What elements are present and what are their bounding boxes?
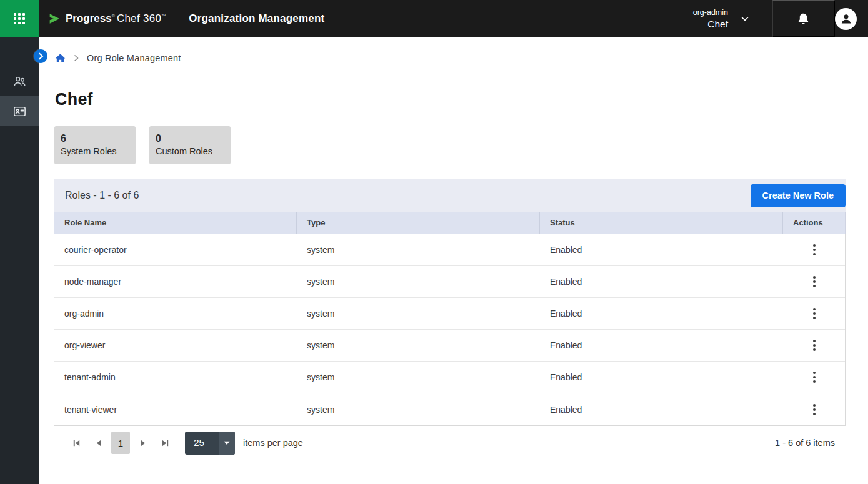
- users-icon: [12, 74, 27, 89]
- chevron-right-icon: [38, 52, 44, 60]
- table-row: node-manager system Enabled: [54, 266, 845, 298]
- chevron-down-icon: [741, 16, 749, 22]
- cell-type: system: [297, 362, 540, 393]
- custom-roles-label: Custom Roles: [156, 145, 222, 157]
- previous-page-icon: [94, 438, 104, 448]
- person-icon: [840, 12, 852, 25]
- page-title: Chef: [55, 90, 93, 109]
- previous-page-button[interactable]: [87, 433, 110, 453]
- row-actions-menu-button[interactable]: [807, 240, 822, 260]
- org-switcher-labels: org-admin Chef: [693, 8, 728, 30]
- table-row: org-viewer system Enabled: [54, 330, 845, 362]
- brand-logo: Progress®Chef 360™: [47, 12, 166, 26]
- top-bar: Progress®Chef 360™ Organization Manageme…: [0, 0, 868, 37]
- cell-actions: [783, 234, 845, 265]
- cell-role-name: org-viewer: [54, 330, 297, 361]
- sidebar-item-users[interactable]: [0, 66, 39, 96]
- roles-table-header: Role Name Type Status Actions: [54, 212, 846, 234]
- app-title: Organization Management: [189, 12, 324, 25]
- cell-type: system: [297, 234, 540, 265]
- column-header-actions[interactable]: Actions: [783, 212, 845, 234]
- system-roles-count: 6: [61, 132, 127, 145]
- home-link[interactable]: [55, 53, 66, 64]
- brand-name: Progress: [66, 12, 112, 24]
- brand-tm-mark: ™: [161, 14, 166, 18]
- column-header-role-name[interactable]: Role Name: [54, 212, 297, 234]
- custom-roles-count: 0: [156, 132, 222, 145]
- items-per-page-label: items per page: [243, 438, 303, 448]
- waffle-grid-icon: [14, 13, 25, 24]
- cell-role-name: courier-operator: [54, 234, 297, 265]
- table-row: courier-operator system Enabled: [54, 234, 845, 266]
- user-role-label: org-admin: [693, 8, 728, 17]
- cell-status: Enabled: [540, 298, 783, 329]
- create-new-role-button[interactable]: Create New Role: [751, 184, 846, 207]
- first-page-icon: [72, 438, 81, 448]
- cell-actions: [783, 266, 845, 297]
- page-size-select[interactable]: 25: [185, 432, 235, 455]
- last-page-icon: [161, 438, 170, 448]
- home-icon: [55, 53, 66, 64]
- system-roles-label: System Roles: [61, 145, 127, 157]
- cell-actions: [783, 330, 845, 361]
- cell-status: Enabled: [540, 266, 783, 297]
- cell-role-name: tenant-admin: [54, 362, 297, 393]
- first-page-button[interactable]: [65, 433, 87, 453]
- current-page-button[interactable]: 1: [111, 432, 130, 454]
- brand-product: Chef 360: [117, 12, 161, 24]
- roles-summary: Roles - 1 - 6 of 6: [65, 190, 139, 201]
- column-header-type[interactable]: Type: [297, 212, 540, 234]
- org-switcher[interactable]: org-admin Chef: [693, 8, 749, 30]
- row-actions-menu-button[interactable]: [807, 400, 822, 420]
- account-avatar-button[interactable]: [835, 8, 857, 30]
- role-stats: 6 System Roles 0 Custom Roles: [54, 126, 231, 164]
- cell-status: Enabled: [540, 393, 783, 425]
- sidebar-expand-button[interactable]: [34, 49, 47, 63]
- sidebar-item-org-roles[interactable]: [0, 96, 39, 126]
- topbar-divider: [177, 11, 177, 27]
- roles-panel: Roles - 1 - 6 of 6 Create New Role Role …: [54, 179, 846, 460]
- next-page-button[interactable]: [131, 433, 154, 453]
- organization-management-page: Progress®Chef 360™ Organization Manageme…: [0, 0, 868, 484]
- roles-panel-header: Roles - 1 - 6 of 6 Create New Role: [54, 179, 846, 212]
- brand-text: Progress®Chef 360™: [66, 12, 166, 25]
- row-actions-menu-button[interactable]: [807, 335, 822, 355]
- cell-status: Enabled: [540, 362, 783, 393]
- brand-reg-mark: ®: [112, 14, 115, 18]
- cell-status: Enabled: [540, 330, 783, 361]
- id-badge-icon: [12, 104, 27, 119]
- roles-table-body: courier-operator system Enabled node-man…: [54, 234, 846, 425]
- bell-icon: [797, 12, 810, 26]
- notifications-button[interactable]: [772, 0, 835, 37]
- cell-type: system: [297, 298, 540, 329]
- cell-actions: [783, 393, 845, 425]
- table-row: tenant-admin system Enabled: [54, 362, 845, 393]
- pagination-bar: 1 25 items per page: [54, 425, 846, 460]
- row-actions-menu-button[interactable]: [807, 272, 822, 292]
- table-row: org-admin system Enabled: [54, 298, 845, 330]
- column-header-status[interactable]: Status: [540, 212, 783, 234]
- cell-actions: [783, 298, 845, 329]
- breadcrumb-link-org-role-management[interactable]: Org Role Management: [87, 53, 181, 63]
- items-range-label: 1 - 6 of 6 items: [775, 438, 835, 448]
- app-launcher-button[interactable]: [0, 0, 39, 37]
- breadcrumb: Org Role Management: [55, 52, 181, 64]
- breadcrumb-chevron-icon: [74, 54, 79, 62]
- row-actions-menu-button[interactable]: [807, 367, 822, 387]
- cell-role-name: tenant-viewer: [54, 393, 297, 425]
- cell-role-name: node-manager: [54, 266, 297, 297]
- progress-logo-icon: [47, 12, 61, 26]
- last-page-button[interactable]: [154, 433, 176, 453]
- org-name-label: Chef: [707, 19, 728, 30]
- cell-type: system: [297, 330, 540, 361]
- cell-role-name: org-admin: [54, 298, 297, 329]
- cell-status: Enabled: [540, 234, 783, 265]
- row-actions-menu-button[interactable]: [807, 304, 822, 323]
- table-row: tenant-viewer system Enabled: [54, 393, 845, 425]
- stat-card-system-roles: 6 System Roles: [54, 126, 136, 164]
- cell-actions: [783, 362, 845, 393]
- left-sidebar: [0, 37, 39, 484]
- stat-card-custom-roles: 0 Custom Roles: [149, 126, 231, 164]
- cell-type: system: [297, 393, 540, 425]
- triangle-down-icon: [219, 432, 235, 455]
